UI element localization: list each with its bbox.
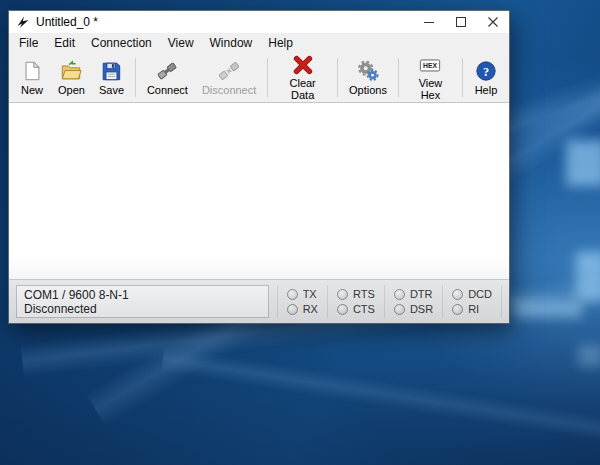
menu-file[interactable]: File	[11, 33, 46, 53]
statusbar: COM1 / 9600 8-N-1 Disconnected TX RX	[9, 279, 509, 323]
dsr-label: DSR	[410, 303, 433, 315]
signal-indicators: TX RX RTS CTS	[277, 285, 502, 318]
menu-window[interactable]: Window	[202, 33, 261, 53]
indicator-tx: TX	[287, 288, 318, 300]
ri-label: RI	[468, 303, 479, 315]
menu-edit[interactable]: Edit	[46, 33, 83, 53]
menubar: File Edit Connection View Window Help	[9, 33, 509, 53]
titlebar[interactable]: Untitled_0 *	[9, 11, 509, 33]
connect-button-label: Connect	[147, 84, 188, 96]
open-button[interactable]: Open	[51, 55, 92, 100]
window-controls	[413, 11, 509, 33]
background-glow	[566, 140, 600, 186]
rts-label: RTS	[353, 288, 375, 300]
clear-data-button-label: Clear Data	[279, 77, 326, 101]
disconnect-button-label: Disconnect	[202, 84, 256, 96]
save-floppy-icon	[99, 59, 123, 83]
dtr-led-icon	[394, 289, 405, 300]
save-button-label: Save	[99, 84, 124, 96]
background-glow	[578, 345, 600, 367]
indicator-group-dtr-dsr: DTR DSR	[384, 285, 442, 318]
terminal-content-area[interactable]	[9, 103, 509, 279]
menu-view[interactable]: View	[160, 33, 202, 53]
indicator-ri: RI	[452, 303, 492, 315]
toolbar-separator	[337, 58, 338, 97]
indicator-dtr[interactable]: DTR	[394, 288, 433, 300]
desktop: Untitled_0 * File Edit Connection View W…	[0, 0, 600, 465]
connection-state-text: Disconnected	[24, 302, 261, 316]
cts-label: CTS	[353, 303, 375, 315]
indicator-rx: RX	[287, 303, 318, 315]
indicator-group-tx-rx: TX RX	[277, 285, 327, 318]
window-title: Untitled_0 *	[36, 15, 413, 29]
menu-help[interactable]: Help	[260, 33, 301, 53]
background-light-beam	[161, 346, 600, 450]
minimize-button[interactable]	[413, 11, 445, 33]
maximize-button[interactable]	[445, 11, 477, 33]
tx-led-icon	[287, 289, 298, 300]
help-icon: ?	[474, 59, 498, 83]
options-button-label: Options	[349, 84, 387, 96]
indicator-dcd: DCD	[452, 288, 492, 300]
new-button-label: New	[21, 84, 43, 96]
close-icon	[488, 17, 498, 27]
indicator-dsr: DSR	[394, 303, 433, 315]
port-status-panel: COM1 / 9600 8-N-1 Disconnected	[16, 285, 269, 318]
open-button-label: Open	[58, 84, 85, 96]
clear-data-button[interactable]: Clear Data	[272, 55, 333, 100]
background-glow	[512, 300, 582, 318]
background-glow	[576, 252, 600, 302]
indicator-rts: RTS	[337, 288, 375, 300]
maximize-icon	[456, 17, 466, 27]
view-hex-button-label: View Hex	[410, 77, 451, 101]
toolbar-separator	[267, 58, 268, 97]
clear-data-x-icon	[291, 54, 315, 76]
help-icon-text: ?	[483, 65, 489, 79]
indicator-group-rts-cts: RTS CTS	[327, 285, 384, 318]
indicator-group-dcd-ri: DCD RI	[442, 285, 502, 318]
toolbar: New Open	[9, 53, 509, 103]
connect-plug-icon	[155, 59, 179, 83]
dtr-label: DTR	[410, 288, 433, 300]
hex-icon-text: HEX	[423, 62, 438, 69]
open-folder-icon	[59, 59, 83, 83]
options-gears-icon	[356, 59, 380, 83]
indicator-cts: CTS	[337, 303, 375, 315]
help-button[interactable]: ? Help	[467, 55, 505, 100]
toolbar-separator	[135, 58, 136, 97]
cts-led-icon	[337, 304, 348, 315]
view-hex-button[interactable]: HEX View Hex	[403, 55, 458, 100]
hex-icon: HEX	[418, 54, 442, 76]
help-button-label: Help	[475, 84, 498, 96]
dcd-led-icon	[452, 289, 463, 300]
toolbar-separator	[462, 58, 463, 97]
rx-label: RX	[303, 303, 318, 315]
close-button[interactable]	[477, 11, 509, 33]
rx-led-icon	[287, 304, 298, 315]
port-settings-text: COM1 / 9600 8-N-1	[24, 288, 261, 302]
new-button[interactable]: New	[13, 55, 51, 100]
connect-button[interactable]: Connect	[140, 55, 195, 100]
toolbar-separator	[398, 58, 399, 97]
disconnect-button[interactable]: Disconnect	[195, 55, 263, 100]
menu-connection[interactable]: Connection	[83, 33, 160, 53]
ri-led-icon	[452, 304, 463, 315]
dsr-led-icon	[394, 304, 405, 315]
app-icon	[16, 15, 30, 29]
dcd-label: DCD	[468, 288, 492, 300]
options-button[interactable]: Options	[342, 55, 394, 100]
tx-label: TX	[303, 288, 317, 300]
new-document-icon	[20, 59, 44, 83]
save-button[interactable]: Save	[92, 55, 131, 100]
rts-led-icon	[337, 289, 348, 300]
disconnect-plug-icon	[217, 59, 241, 83]
minimize-icon	[424, 17, 434, 27]
app-window: Untitled_0 * File Edit Connection View W…	[8, 10, 510, 324]
